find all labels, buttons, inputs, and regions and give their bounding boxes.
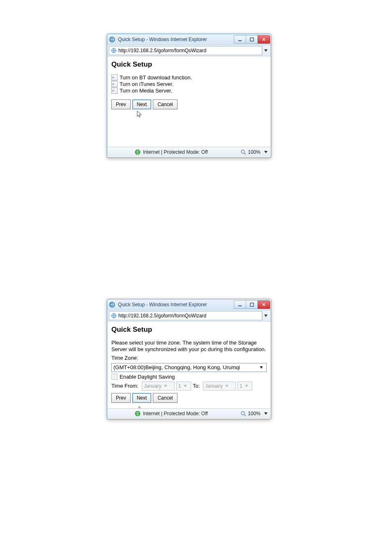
daylight-saving-option[interactable]: Enable Daylight Saving xyxy=(111,374,267,380)
minimize-button[interactable] xyxy=(234,301,246,309)
checkbox-icon[interactable] xyxy=(111,374,118,380)
page-title: Quick Setup xyxy=(111,326,267,334)
protected-mode-text: Internet | Protected Mode: Off xyxy=(143,149,208,155)
option-label: Enable Daylight Saving xyxy=(120,374,175,380)
maximize-button[interactable] xyxy=(246,301,258,309)
svg-rect-7 xyxy=(238,305,242,306)
page-title: Quick Setup xyxy=(111,60,267,69)
checkbox-icon[interactable] xyxy=(111,81,118,87)
window-title: Quick Setup - Windows Internet Explorer xyxy=(118,302,234,308)
timezone-label: Time Zone: xyxy=(111,355,267,361)
zoom-dropdown[interactable] xyxy=(264,412,268,415)
ie-logo-icon xyxy=(109,36,115,43)
ie-window-1: Quick Setup - Windows Internet Explorer … xyxy=(107,34,271,158)
option-media[interactable]: Turn on Media Server. xyxy=(111,88,267,94)
chevron-down-icon xyxy=(258,363,265,372)
option-label: Turn on iTunes Server. xyxy=(120,81,173,87)
zoom-icon[interactable] xyxy=(240,149,246,155)
option-label: Turn on BT download function. xyxy=(120,74,192,81)
checkbox-icon[interactable] xyxy=(111,74,118,81)
svg-point-5 xyxy=(241,150,244,153)
address-bar: http://192.168.2.5/goform/formQsWizard xyxy=(107,45,271,56)
next-button[interactable]: Next xyxy=(132,393,152,403)
checkbox-icon[interactable] xyxy=(111,88,118,94)
internet-zone-icon xyxy=(135,411,141,416)
address-dropdown[interactable] xyxy=(262,312,269,320)
timezone-select[interactable]: (GMT+08:00)Beijing, Chongqing, Hong Kong… xyxy=(111,363,267,372)
cancel-button[interactable]: Cancel xyxy=(153,99,177,109)
title-bar[interactable]: Quick Setup - Windows Internet Explorer xyxy=(107,299,271,310)
option-bt-download[interactable]: Turn on BT download function. xyxy=(111,74,267,81)
next-button[interactable]: Next xyxy=(132,99,152,109)
cursor-icon xyxy=(137,111,143,119)
content-area: Quick Setup Please select your time zone… xyxy=(107,321,271,405)
timezone-value: (GMT+08:00)Beijing, Chongqing, Hong Kong… xyxy=(113,364,258,370)
minimize-button[interactable] xyxy=(234,35,246,44)
prev-button[interactable]: Prev xyxy=(111,99,131,109)
zoom-icon[interactable] xyxy=(240,411,246,416)
svg-rect-2 xyxy=(250,38,254,41)
time-from-label: Time From: xyxy=(111,383,138,389)
prev-button[interactable]: Prev xyxy=(111,393,131,403)
svg-rect-1 xyxy=(238,40,242,41)
protected-mode-text: Internet | Protected Mode: Off xyxy=(143,411,208,416)
status-bar: Internet | Protected Mode: Off 100% xyxy=(108,147,270,157)
address-input[interactable]: http://192.168.2.5/goform/formQsWizard xyxy=(109,46,262,55)
status-bar: Internet | Protected Mode: Off 100% xyxy=(108,408,270,419)
title-bar[interactable]: Quick Setup - Windows Internet Explorer xyxy=(107,34,271,45)
svg-point-11 xyxy=(241,412,244,415)
timezone-instructions: Please select your time zone. The system… xyxy=(111,340,267,353)
url-text: http://192.168.2.5/goform/formQsWizard xyxy=(118,313,260,319)
ie-logo-icon xyxy=(109,301,115,308)
address-dropdown[interactable] xyxy=(262,46,269,55)
maximize-button[interactable] xyxy=(246,35,258,44)
svg-rect-8 xyxy=(250,303,254,306)
address-bar: http://192.168.2.5/goform/formQsWizard xyxy=(107,310,271,321)
address-input[interactable]: http://192.168.2.5/goform/formQsWizard xyxy=(109,311,262,320)
option-label: Turn on Media Server. xyxy=(120,88,172,94)
zoom-level[interactable]: 100% xyxy=(248,149,261,155)
from-month-select[interactable]: January xyxy=(142,382,175,391)
option-itunes[interactable]: Turn on iTunes Server. xyxy=(111,81,267,87)
ie-window-2: Quick Setup - Windows Internet Explorer … xyxy=(107,299,271,419)
page-icon xyxy=(111,48,117,53)
zoom-level[interactable]: 100% xyxy=(248,411,261,416)
to-month-select[interactable]: January xyxy=(203,382,236,391)
close-button[interactable] xyxy=(258,301,270,309)
internet-zone-icon xyxy=(135,149,141,155)
content-area: Quick Setup Turn on BT download function… xyxy=(107,56,271,112)
window-title: Quick Setup - Windows Internet Explorer xyxy=(118,37,234,42)
from-day-select[interactable]: 1 xyxy=(176,382,191,391)
zoom-dropdown[interactable] xyxy=(264,151,268,153)
cancel-button[interactable]: Cancel xyxy=(153,393,177,403)
url-text: http://192.168.2.5/goform/formQsWizard xyxy=(118,48,260,53)
to-label: To: xyxy=(193,383,200,389)
close-button[interactable] xyxy=(258,35,270,44)
page-icon xyxy=(111,313,117,319)
to-day-select[interactable]: 1 xyxy=(238,382,252,391)
